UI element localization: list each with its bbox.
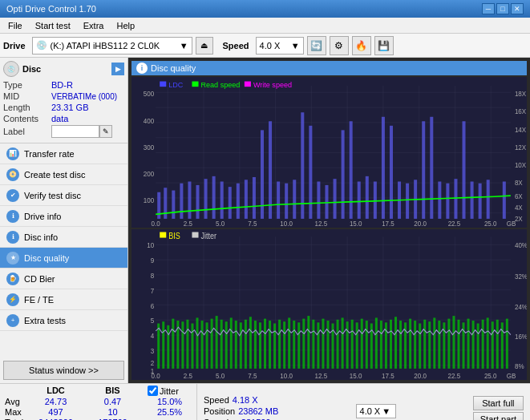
svg-rect-112 [225,321,228,369]
svg-rect-58 [446,184,449,219]
samples-label: Samples [204,418,238,421]
toolbar: Drive 💿 (K:) ATAPI iHBS112 2 CL0K ▼ ⏏ Sp… [0,34,530,58]
minimize-button[interactable]: ─ [482,3,495,14]
speed-selector[interactable]: 4.0 X ▼ [256,37,304,55]
svg-rect-148 [399,321,402,369]
svg-rect-60 [463,121,466,219]
transfer-rate-icon: 📊 [6,147,19,160]
maximize-button[interactable]: □ [496,3,509,14]
sidebar-item-verify-test-disc-label: Verify test disc [24,191,81,200]
svg-rect-45 [342,130,345,219]
svg-rect-98 [157,324,160,369]
svg-rect-159 [452,316,455,369]
svg-text:400: 400 [144,116,155,124]
svg-text:14X: 14X [515,125,527,133]
svg-rect-125 [288,317,290,368]
svg-rect-55 [422,121,425,219]
svg-rect-99 [162,321,164,369]
position-value: 23862 MB [238,406,278,416]
svg-rect-151 [414,321,416,369]
svg-rect-153 [423,320,426,369]
svg-text:40%: 40% [515,241,527,250]
svg-rect-107 [201,321,204,369]
chart2-svg: BIS Jitter 10 9 8 7 6 5 4 3 2 1 40% [131,229,527,380]
speed-dropdown[interactable]: 4.0 X ▼ [356,404,396,418]
disc-label-input[interactable] [51,125,99,138]
sidebar-item-fe-te[interactable]: ⚡ FE / TE [0,289,127,310]
close-button[interactable]: ✕ [511,3,524,14]
svg-text:100: 100 [144,196,155,204]
drive-selector[interactable]: 💿 (K:) ATAPI iHBS112 2 CL0K ▼ [32,37,192,55]
svg-rect-162 [467,319,470,369]
sidebar-item-disc-info[interactable]: ℹ Disc info [0,227,127,248]
ldc-col-header: LDC [34,386,78,396]
svg-text:4: 4 [151,332,155,341]
svg-text:24%: 24% [515,302,527,311]
sidebar-item-extra-tests[interactable]: + Extra tests [0,310,127,331]
disc-arrow-button[interactable]: ▶ [111,63,124,75]
start-full-button[interactable]: Start full [473,396,524,410]
svg-text:BIS: BIS [168,231,180,240]
svg-rect-63 [487,180,490,219]
start-part-button[interactable]: Start part [473,412,524,421]
svg-rect-38 [285,184,288,219]
settings-button[interactable]: ⚙ [330,36,349,55]
svg-text:10.0: 10.0 [280,219,293,227]
disc-section: 💿 Disc ▶ Type BD-R MID VERBATIMe (000) L… [0,58,127,143]
svg-text:6X: 6X [515,192,523,200]
svg-rect-42 [317,181,320,218]
svg-rect-121 [269,321,271,369]
svg-rect-133 [326,321,329,369]
jitter-check: Jitter [148,386,179,396]
svg-rect-126 [293,321,295,369]
svg-rect-164 [477,324,479,369]
svg-rect-124 [283,321,285,369]
svg-text:15.0: 15.0 [350,371,362,380]
disc-length-label: Length [3,103,51,112]
menu-extra[interactable]: Extra [79,19,109,32]
samples-row: Samples 381509 [204,418,278,421]
svg-text:LDC: LDC [168,80,183,90]
sidebar-item-disc-quality[interactable]: ★ Disc quality [0,248,127,269]
sidebar-item-cd-bier[interactable]: 🍺 CD Bier [0,269,127,289]
sidebar-item-drive-info[interactable]: ℹ Drive info [0,206,127,227]
status-window-button[interactable]: Status window >> [3,361,124,380]
svg-rect-116 [245,320,247,369]
menu-file[interactable]: File [3,19,27,32]
menu-help[interactable]: Help [111,19,140,32]
disc-type-value: BD-R [51,80,73,90]
disc-label-row: Label ✎ [3,125,124,138]
refresh-button[interactable]: 🔄 [307,36,326,55]
svg-text:17.5: 17.5 [382,219,394,227]
disc-label-button[interactable]: ✎ [99,125,112,138]
svg-rect-120 [264,319,266,369]
svg-text:9: 9 [151,256,155,265]
chart1-svg: LDC Read speed Write speed 500 400 300 2… [131,77,527,228]
svg-rect-127 [297,322,300,369]
disc-info-icon: ℹ [6,231,19,244]
start-buttons: Start full Start part [473,396,524,421]
sidebar-item-create-test-disc[interactable]: 📀 Create test disc [0,164,127,185]
sidebar-item-fe-te-label: FE / TE [24,295,54,305]
disc-icon: 💿 [3,61,19,77]
svg-text:200: 200 [144,169,155,177]
jitter-checkbox[interactable] [148,386,158,396]
svg-rect-104 [186,320,188,369]
burn-button[interactable]: 🔥 [352,36,371,55]
sidebar-item-drive-info-label: Drive info [24,212,61,221]
sidebar-item-transfer-rate[interactable]: 📊 Transfer rate [0,143,127,164]
svg-rect-136 [342,317,344,368]
menu-start-test[interactable]: Start test [30,19,75,32]
svg-rect-139 [356,322,358,369]
max-jitter: 25.5% [148,407,192,417]
svg-text:16X: 16X [515,107,527,115]
svg-rect-122 [273,324,276,369]
svg-text:25.0: 25.0 [484,219,497,227]
eject-button[interactable]: ⏏ [196,37,213,55]
svg-rect-29 [212,176,216,219]
sidebar-item-verify-test-disc[interactable]: ✔ Verify test disc [0,185,127,206]
svg-rect-111 [220,320,223,369]
svg-rect-31 [229,187,232,219]
speed-value: 4.18 X [233,395,258,405]
save-button[interactable]: 💾 [374,36,394,55]
